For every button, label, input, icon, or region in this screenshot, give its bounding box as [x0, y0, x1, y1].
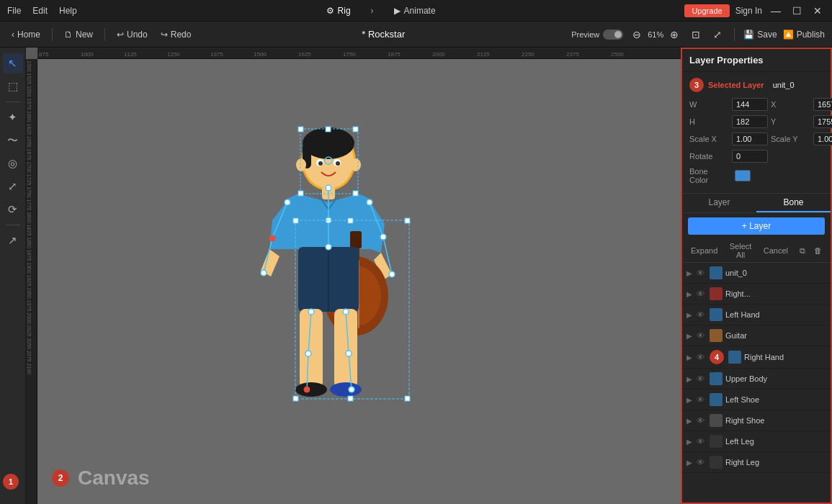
tool-separator-2 [6, 225, 20, 225]
publish-button[interactable]: 🔼 Publish [783, 30, 825, 40]
zoom-in-button[interactable]: ⊕ [666, 27, 682, 42]
expand-button[interactable]: Expand [688, 245, 720, 256]
circle-1: 1 [3, 474, 19, 490]
bone-color-label: Bone Color [689, 167, 729, 184]
layer-chevron-guitar: ▶ [686, 332, 694, 340]
home-button[interactable]: ‹ Home [7, 28, 45, 41]
fit-button[interactable]: ⊡ [688, 27, 704, 42]
prop-rotate-input[interactable] [732, 150, 768, 163]
redo-button[interactable]: ↪ Redo [156, 28, 196, 41]
toolbar-separator-1 [52, 28, 53, 41]
rig-mode-button[interactable]: ⚙ Rig [321, 4, 357, 17]
svg-rect-17 [350, 231, 362, 248]
preview-label: Preview [571, 30, 599, 39]
undo-button[interactable]: ↩ Undo [112, 28, 152, 41]
layer-eye-leftshoe[interactable]: 👁 [697, 395, 707, 404]
layer-eye-rightleg[interactable]: 👁 [697, 458, 707, 467]
bone-tool[interactable]: ✦ [3, 107, 23, 127]
layer-item-leftshoe[interactable]: ▶ 👁 Left Shoe [682, 390, 831, 410]
layer-eye-leftleg[interactable]: 👁 [697, 437, 707, 446]
layer-eye-righthand[interactable]: 👁 [697, 353, 707, 361]
select-all-button[interactable]: Select All [723, 240, 757, 261]
menu-help[interactable]: Help [59, 6, 77, 16]
cancel-button[interactable]: Cancel [761, 245, 791, 256]
tab-layer[interactable]: Layer [682, 194, 756, 212]
svg-point-6 [318, 161, 323, 166]
layer-eye-right[interactable]: 👁 [697, 289, 707, 298]
ruler-top: 875 1000 1125 1250 1375 1500 1625 1750 1… [37, 48, 681, 59]
menu-file[interactable]: File [7, 6, 21, 16]
layer-thumb-upperbody [710, 372, 723, 385]
layer-name-leftshoe: Left Shoe [725, 395, 826, 404]
curve-tool[interactable]: 〜 [3, 130, 23, 150]
svg-rect-52 [293, 396, 298, 401]
layer-list[interactable]: ▶ 👁 unit_0 ▶ 👁 Right... ▶ 👁 Left Hand [682, 263, 831, 503]
svg-rect-20 [300, 309, 323, 388]
layer-eye-unit0[interactable]: 👁 [697, 269, 707, 277]
canvas-inner[interactable]: 2 Canvas [37, 59, 681, 504]
prop-x-input[interactable] [813, 98, 832, 111]
svg-point-37 [380, 234, 386, 240]
new-button[interactable]: 🗋 New [60, 28, 97, 41]
undo-label: Undo [127, 30, 148, 40]
menu-edit[interactable]: Edit [32, 6, 48, 16]
layer-item-righthand[interactable]: ▶ 👁 4 Right Hand [682, 346, 831, 369]
zoom-out-button[interactable]: ⊖ [629, 27, 645, 42]
layer-item-unit0[interactable]: ▶ 👁 unit_0 [682, 263, 831, 284]
layer-eye-lefthand[interactable]: 👁 [697, 310, 707, 319]
layer-item-lefthand[interactable]: ▶ 👁 Left Hand [682, 305, 831, 325]
svg-point-36 [367, 199, 372, 205]
svg-point-33 [261, 270, 267, 276]
canvas-text: Canvas [78, 467, 150, 490]
signin-button[interactable]: Sign In [735, 6, 762, 16]
preview-switch[interactable] [603, 30, 623, 40]
layer-eye-upperbody[interactable]: 👁 [697, 374, 707, 383]
fullscreen-button[interactable]: ⤢ [710, 27, 725, 42]
prop-w-input[interactable] [732, 98, 768, 111]
minimize-button[interactable]: — [768, 5, 784, 17]
save-icon: 💾 [743, 30, 754, 40]
layer-chevron-rightleg: ▶ [686, 459, 694, 467]
delete-button[interactable]: 🗑 [811, 245, 825, 256]
layer-item-right[interactable]: ▶ 👁 Right... [682, 284, 831, 305]
select-tool[interactable]: ↖ [3, 53, 23, 73]
smart-tool[interactable]: ↗ [3, 230, 23, 251]
layer-item-guitar[interactable]: ▶ 👁 Guitar [682, 325, 831, 346]
svg-rect-59 [298, 191, 303, 196]
layer-item-leftleg[interactable]: ▶ 👁 Left Leg [682, 431, 831, 452]
save-button[interactable]: 💾 Save [743, 30, 777, 40]
undo-icon: ↩ [117, 30, 124, 40]
rect-select-tool[interactable]: ⬚ [3, 76, 23, 96]
layer-item-upperbody[interactable]: ▶ 👁 Upper Body [682, 369, 831, 390]
layer-eye-guitar[interactable]: 👁 [697, 331, 707, 340]
prop-h-label: H [689, 117, 729, 126]
close-button[interactable]: ✕ [810, 5, 825, 17]
duplicate-button[interactable]: ⧉ [797, 245, 808, 257]
layer-eye-rightshoe[interactable]: 👁 [697, 416, 707, 425]
layer-item-rightleg[interactable]: ▶ 👁 Right Leg [682, 452, 831, 473]
new-label: New [76, 30, 93, 40]
preview-toggle[interactable]: Preview [571, 30, 623, 40]
puppet-tool[interactable]: ⟳ [3, 199, 23, 220]
bone-color-swatch[interactable] [735, 170, 751, 181]
maximize-button[interactable]: ☐ [789, 5, 805, 17]
canvas-area[interactable]: 875 1000 1125 1250 1375 1500 1625 1750 1… [26, 48, 681, 504]
tab-bone[interactable]: Bone [756, 194, 831, 212]
add-layer-button[interactable]: + Layer [688, 217, 825, 235]
layer-thumb-rightshoe [710, 414, 723, 427]
left-toolbar: ↖ ⬚ ✦ 〜 ◎ ⤢ ⟳ ↗ 1 [0, 48, 26, 504]
prop-scalex-input[interactable] [732, 132, 768, 145]
layer-chevron-right: ▶ [686, 290, 694, 298]
layer-item-rightshoe[interactable]: ▶ 👁 Right Shoe [682, 410, 831, 431]
prop-scaley-input[interactable] [813, 132, 832, 145]
prop-h-input[interactable] [732, 115, 768, 128]
prop-y-input[interactable] [813, 115, 832, 128]
upgrade-button[interactable]: Upgrade [684, 4, 729, 17]
pin-tool[interactable]: ◎ [3, 153, 23, 174]
layer-chevron-lefthand: ▶ [686, 311, 694, 319]
layer-thumb-unit0 [710, 266, 723, 279]
svg-point-48 [349, 387, 354, 392]
transform-tool[interactable]: ⤢ [3, 176, 23, 197]
animate-mode-button[interactable]: ▶ Animate [388, 4, 442, 17]
svg-rect-54 [348, 218, 353, 223]
